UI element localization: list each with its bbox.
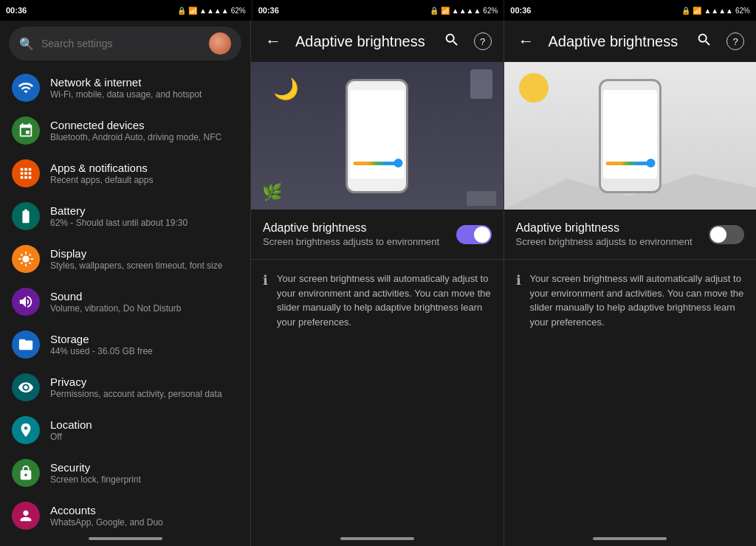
storage-text: Storage 44% used - 36.05 GB free [50, 333, 238, 356]
home-indicator-middle [251, 531, 504, 546]
apps-title: Apps & notifications [50, 162, 238, 174]
help-button-right[interactable]: ? [726, 32, 744, 50]
day-scene [504, 62, 757, 210]
slider-thumb [394, 159, 402, 167]
settings-item-battery[interactable]: Battery 62% - Should last until about 19… [0, 195, 250, 238]
plant-icon: 🌿 [262, 183, 282, 202]
settings-item-sound[interactable]: Sound Volume, vibration, Do Not Disturb [0, 280, 250, 323]
info-text-right: Your screen brightness will automaticall… [530, 272, 745, 329]
settings-item-network[interactable]: Network & internet Wi-Fi, mobile, data u… [0, 66, 250, 109]
settings-item-accounts[interactable]: Accounts WhatsApp, Google, and Duo [0, 494, 250, 531]
display-text: Display Styles, wallpapers, screen timeo… [50, 247, 238, 271]
toggle-knob-right [710, 227, 726, 243]
apps-text: Apps & notifications Recent apps, defaul… [50, 162, 238, 185]
search-bar-container[interactable]: 🔍 [9, 27, 241, 61]
storage-subtitle: 44% used - 36.05 GB free [50, 346, 238, 356]
back-button-right[interactable]: ← [516, 32, 537, 51]
settings-item-storage[interactable]: Storage 44% used - 36.05 GB free [0, 323, 250, 366]
info-section-right: ℹ Your screen brightness will automatica… [504, 260, 757, 341]
accounts-text: Accounts WhatsApp, Google, and Duo [50, 504, 238, 528]
wifi-icon: 📶 [188, 7, 197, 15]
toggle-text-right: Adaptive brightness Screen brightness ad… [516, 221, 701, 247]
search-button-right[interactable] [694, 32, 715, 52]
connected-subtitle: Bluetooth, Android Auto, driving mode, N… [50, 132, 238, 142]
network-subtitle: Wi-Fi, mobile, data usage, and hotspot [50, 89, 238, 100]
display-icon [12, 245, 40, 273]
network-text: Network & internet Wi-Fi, mobile, data u… [50, 76, 238, 100]
battery-subtitle: 62% - Should last until about 19:30 [50, 218, 238, 228]
network-title: Network & internet [50, 76, 238, 89]
signal-icon-m: ▲▲▲▲ [452, 7, 481, 15]
sim-icon-r: 🔒 [681, 7, 690, 15]
settings-item-security[interactable]: Security Screen lock, fingerprint [0, 452, 250, 494]
sun-icon [519, 73, 549, 103]
security-icon [12, 459, 40, 487]
accounts-title: Accounts [50, 504, 238, 516]
adaptive-panel-right: ← Adaptive brightness ? [504, 21, 757, 546]
battery-title: Battery [50, 204, 238, 217]
location-title: Location [50, 418, 238, 431]
time-middle: 00:36 [258, 6, 279, 15]
status-bar-left: 00:36 🔒 📶 ▲▲▲▲ 62% [0, 0, 252, 21]
security-text: Security Screen lock, fingerprint [50, 461, 238, 485]
settings-item-connected[interactable]: Connected devices Bluetooth, Android Aut… [0, 109, 250, 152]
privacy-title: Privacy [50, 376, 238, 388]
status-icons-left: 🔒 📶 ▲▲▲▲ 62% [177, 7, 246, 15]
table-decoration [467, 191, 496, 206]
sound-subtitle: Volume, vibration, Do Not Disturb [50, 303, 238, 314]
accounts-subtitle: WhatsApp, Google, and Duo [50, 517, 238, 528]
status-bar-right: 00:36 🔒 📶 ▲▲▲▲ 62% [504, 0, 756, 21]
slider-track [353, 162, 401, 165]
signal-icon: ▲▲▲▲ [199, 7, 229, 15]
night-illustration: 🌙 🌿 [251, 62, 504, 210]
adaptive-panel-middle: ← Adaptive brightness ? 🌙 🌿 [251, 21, 504, 546]
toggle-knob-middle [474, 227, 490, 243]
security-title: Security [50, 461, 238, 474]
info-icon-right: ℹ [516, 272, 521, 288]
privacy-icon [12, 373, 40, 401]
search-input[interactable] [41, 38, 202, 49]
connected-title: Connected devices [50, 119, 238, 131]
settings-item-display[interactable]: Display Styles, wallpapers, screen timeo… [0, 238, 250, 280]
info-section-middle: ℹ Your screen brightness will automatica… [251, 260, 504, 341]
apps-subtitle: Recent apps, default apps [50, 175, 238, 185]
back-button-middle[interactable]: ← [263, 32, 284, 51]
brightness-slider-day [606, 162, 654, 165]
toggle-text-middle: Adaptive brightness Screen brightness ad… [263, 221, 447, 247]
location-subtitle: Off [50, 432, 238, 442]
avatar[interactable] [209, 32, 231, 55]
wifi-icon-r: 📶 [693, 7, 701, 15]
accounts-icon [12, 502, 40, 530]
battery-icon-left: 62% [231, 7, 246, 15]
settings-item-privacy[interactable]: Privacy Permissions, account activity, p… [0, 366, 250, 409]
security-subtitle: Screen lock, fingerprint [50, 474, 238, 485]
info-icon-middle: ℹ [263, 272, 268, 288]
signal-icon-r: ▲▲▲▲ [704, 7, 733, 15]
connected-text: Connected devices Bluetooth, Android Aut… [50, 119, 238, 142]
settings-item-location[interactable]: Location Off [0, 409, 250, 452]
display-title: Display [50, 247, 238, 260]
location-icon [12, 416, 40, 444]
toggle-switch-middle[interactable] [456, 225, 492, 244]
battery-icon-right: 62% [735, 7, 750, 15]
search-button-middle[interactable] [441, 32, 462, 52]
toggle-title-right: Adaptive brightness [516, 221, 701, 235]
time-right: 00:36 [510, 6, 531, 15]
home-bar-right [593, 537, 667, 540]
slider-thumb-day [647, 159, 656, 167]
sim-icon: 🔒 [177, 7, 186, 15]
panel-title-middle: Adaptive brightness [295, 33, 430, 50]
connected-icon [12, 117, 40, 145]
storage-icon [12, 331, 40, 359]
toggle-switch-right[interactable] [709, 225, 744, 244]
phone-mockup-day [599, 79, 662, 193]
toggle-subtitle-right: Screen brightness adjusts to environment [516, 236, 701, 247]
slider-track-day [606, 162, 654, 165]
settings-item-apps[interactable]: Apps & notifications Recent apps, defaul… [0, 152, 250, 195]
battery-text: Battery 62% - Should last until about 19… [50, 204, 238, 228]
status-icons-middle: 🔒 📶 ▲▲▲▲ 62% [430, 7, 498, 15]
battery-icon-middle: 62% [483, 7, 498, 15]
home-bar-middle [340, 537, 414, 540]
battery-icon [12, 202, 40, 230]
help-button-middle[interactable]: ? [474, 32, 492, 50]
